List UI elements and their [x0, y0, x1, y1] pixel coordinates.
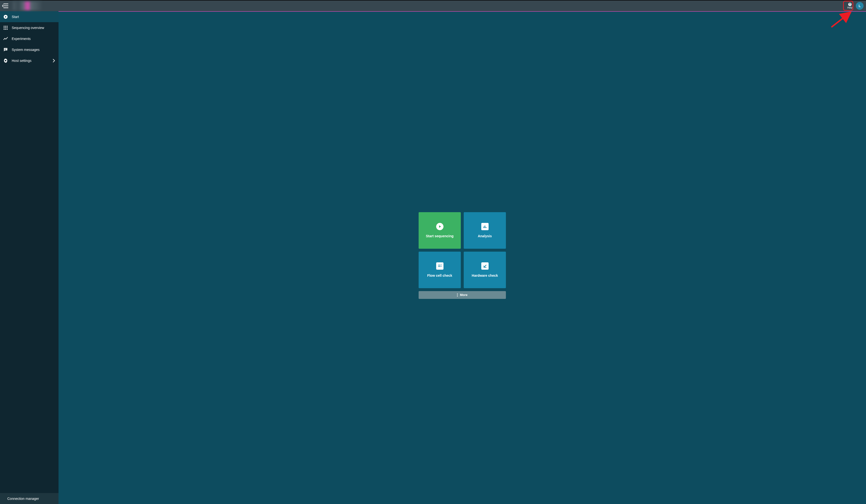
svg-rect-9 [7, 29, 8, 30]
tile-label: Flow cell check [427, 274, 452, 277]
accent-divider [58, 11, 866, 12]
svg-rect-4 [4, 27, 4, 28]
sidebar-item-connection-manager[interactable]: Connection manager [0, 493, 58, 504]
sidebar-item-label: Connection manager [7, 497, 39, 501]
svg-point-22 [457, 293, 458, 294]
svg-rect-8 [5, 29, 6, 30]
sidebar-item-host-settings[interactable]: Host settings [0, 55, 58, 66]
tile-analysis[interactable]: Analysis [464, 212, 506, 249]
menu-collapse-icon [2, 3, 9, 8]
sidebar: Start Sequencing overview Experiments [0, 11, 58, 504]
svg-rect-19 [438, 265, 440, 265]
gear-icon [3, 58, 8, 63]
svg-point-24 [457, 296, 458, 296]
svg-rect-7 [4, 29, 4, 30]
help-button[interactable]: ? Help [845, 2, 854, 10]
play-icon [436, 223, 444, 230]
svg-rect-10 [4, 49, 7, 49]
help-label: Help [847, 7, 852, 9]
sidebar-item-system-messages[interactable]: System messages [0, 44, 58, 55]
main-content: Start sequencing Analysis [58, 12, 866, 504]
sidebar-item-label: Host settings [12, 59, 32, 62]
message-icon [3, 47, 8, 52]
svg-rect-5 [5, 27, 6, 28]
more-button[interactable]: More [419, 291, 506, 299]
user-avatar[interactable]: L [856, 2, 864, 10]
tile-label: Hardware check [472, 274, 498, 277]
svg-rect-1 [4, 26, 4, 27]
menu-toggle-button[interactable] [0, 1, 10, 11]
sidebar-item-sequencing-overview[interactable]: Sequencing overview [0, 22, 58, 33]
sidebar-item-label: Experiments [12, 37, 31, 41]
more-label: More [460, 293, 467, 297]
svg-rect-2 [5, 26, 6, 27]
bar-chart-icon [481, 223, 489, 230]
svg-point-12 [5, 60, 6, 61]
sidebar-nav: Start Sequencing overview Experiments [0, 11, 58, 493]
sidebar-item-start[interactable]: Start [0, 11, 58, 22]
tile-label: Analysis [478, 234, 492, 238]
top-bar: ? Help L [0, 0, 866, 11]
action-tiles: Start sequencing Analysis [419, 212, 506, 288]
tile-flow-cell-check[interactable]: Flow cell check [419, 252, 461, 288]
svg-rect-17 [485, 226, 485, 228]
svg-rect-11 [4, 49, 6, 50]
tile-start-sequencing[interactable]: Start sequencing [419, 212, 461, 249]
svg-rect-16 [484, 227, 484, 228]
help-icon: ? [848, 3, 852, 6]
svg-rect-21 [484, 267, 486, 268]
svg-rect-20 [438, 266, 440, 267]
tile-hardware-check[interactable]: Hardware check [464, 252, 506, 288]
avatar-initial: L [859, 4, 861, 8]
svg-rect-6 [7, 27, 8, 28]
apps-grid-icon [3, 25, 8, 30]
play-circle-icon [3, 15, 8, 19]
checklist-icon [436, 262, 444, 270]
tile-label: Start sequencing [426, 234, 454, 238]
sidebar-item-label: Sequencing overview [12, 26, 44, 30]
check-box-icon [481, 262, 489, 270]
more-vertical-icon [457, 293, 458, 297]
svg-point-23 [457, 295, 458, 295]
sidebar-item-label: Start [12, 15, 19, 19]
sidebar-item-experiments[interactable]: Experiments [0, 33, 58, 44]
svg-rect-3 [7, 26, 8, 27]
sidebar-item-label: System messages [12, 48, 40, 51]
chevron-right-icon [53, 59, 55, 62]
app-logo [13, 1, 42, 10]
svg-rect-18 [486, 227, 486, 228]
trend-line-icon [3, 36, 8, 41]
